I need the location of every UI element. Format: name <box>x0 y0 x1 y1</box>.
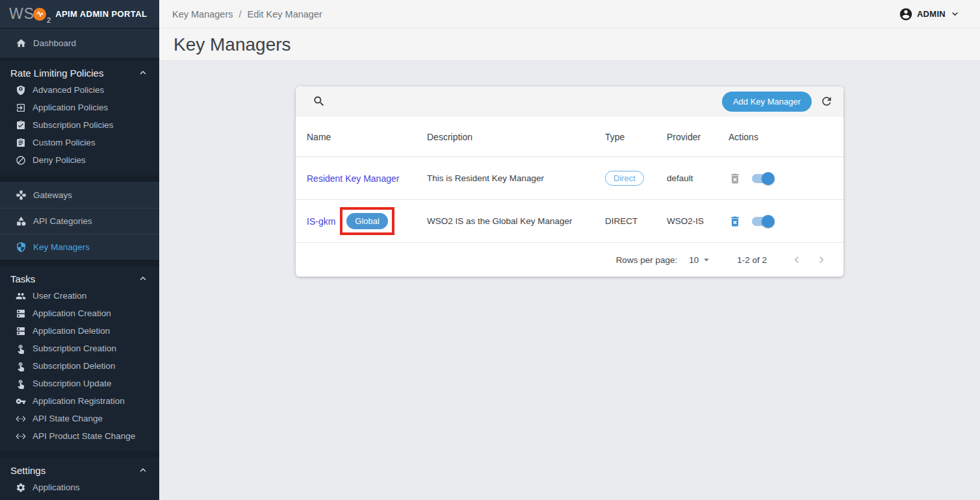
rows-per-page-select[interactable]: 10 <box>689 254 712 266</box>
table-row: IS-gkm Global WSO2 IS as the Global Key … <box>296 200 844 243</box>
sidebar-item-label: Subscription Deletion <box>32 361 116 371</box>
section-label: Rate Limiting Policies <box>10 68 103 79</box>
sidebar-item-label: Custom Policies <box>32 138 96 147</box>
section-header-rate-limiting[interactable]: Rate Limiting Policies <box>0 60 159 81</box>
sidebar-item-label: Application Creation <box>32 308 111 318</box>
sidebar: WS 2 APIM ADMIN PORTAL Dashboard Rate Li… <box>0 0 159 500</box>
app-logo[interactable]: WS 2 APIM ADMIN PORTAL <box>0 0 159 29</box>
sidebar-item-dashboard[interactable]: Dashboard <box>0 29 159 58</box>
sidebar-item-api-state-change[interactable]: API State Change <box>0 410 159 427</box>
user-menu[interactable]: ADMIN <box>899 7 961 21</box>
chevron-up-icon <box>137 464 149 476</box>
sidebar-item-label: Gateways <box>33 190 72 200</box>
provider-cell: WSO2-IS <box>667 216 729 226</box>
refresh-icon[interactable] <box>820 95 834 109</box>
sidebar-item-application-policies[interactable]: Application Policies <box>0 99 159 116</box>
sidebar-item-label: Application Registration <box>32 396 125 406</box>
sidebar-item-advanced-policies[interactable]: Advanced Policies <box>0 81 159 99</box>
enable-toggle[interactable] <box>751 172 775 185</box>
sidebar-item-label: Subscription Update <box>32 379 112 388</box>
breadcrumb-key-managers[interactable]: Key Managers <box>172 9 233 19</box>
shield-circle-icon <box>16 85 26 95</box>
key-manager-link[interactable]: IS-gkm <box>307 216 335 227</box>
sidebar-item-label: Advanced Policies <box>32 85 104 95</box>
chevron-down-icon <box>949 8 961 19</box>
sidebar-item-label: API Product State Change <box>32 431 135 441</box>
sidebar-item-api-categories[interactable]: API Categories <box>0 208 159 234</box>
clipboard-check-icon <box>16 120 26 131</box>
column-header-name: Name <box>307 132 427 142</box>
sidebar-item-deny-policies[interactable]: Deny Policies <box>0 151 159 169</box>
section-label: Tasks <box>10 273 35 284</box>
touch-icon <box>16 361 26 371</box>
sidebar-item-label: Subscription Creation <box>32 344 116 353</box>
table-header-row: Name Description Type Provider Actions <box>296 117 844 157</box>
section-label: Settings <box>10 465 45 476</box>
sidebar-item-api-product-state-change[interactable]: API Product State Change <box>0 427 159 445</box>
sidebar-item-subscription-deletion[interactable]: Subscription Deletion <box>0 357 159 375</box>
description-cell: This is Resident Key Manager <box>427 173 605 183</box>
sidebar-item-label: Deny Policies <box>32 155 86 165</box>
key-manager-link[interactable]: Resident Key Manager <box>307 173 399 184</box>
sidebar-item-label: Application Policies <box>32 103 108 112</box>
title-strip: Key Managers <box>159 29 980 61</box>
sidebar-item-application-creation[interactable]: Application Creation <box>0 305 159 322</box>
gateways-icon <box>16 190 27 201</box>
logo-subscript: 2 <box>47 16 51 24</box>
shield-icon <box>16 242 27 253</box>
page-title: Key Managers <box>174 34 291 55</box>
sidebar-section-rate-limiting: Rate Limiting Policies Advanced Policies… <box>0 60 159 175</box>
sidebar-section-tasks: Tasks User Creation Application Creation… <box>0 266 159 451</box>
section-header-settings[interactable]: Settings <box>0 458 159 479</box>
section-header-tasks[interactable]: Tasks <box>0 266 159 287</box>
sidebar-item-subscription-policies[interactable]: Subscription Policies <box>0 116 159 134</box>
sidebar-item-label: API Categories <box>33 216 92 226</box>
annotation-highlight: Global <box>340 207 394 235</box>
sidebar-item-label: Subscription Policies <box>32 120 114 130</box>
breadcrumb-edit-key-manager[interactable]: Edit Key Manager <box>248 9 322 19</box>
sidebar-item-custom-policies[interactable]: Custom Policies <box>0 134 159 151</box>
logo-pulse-icon <box>33 8 46 21</box>
enable-toggle[interactable] <box>751 215 775 228</box>
block-icon <box>16 155 26 166</box>
sidebar-item-user-creation[interactable]: User Creation <box>0 287 159 305</box>
sidebar-item-gateways[interactable]: Gateways <box>0 182 159 208</box>
add-key-manager-button[interactable]: Add Key Manager <box>722 92 812 112</box>
exit-to-app-icon <box>16 103 26 113</box>
content-area: Add Key Manager Name Description Type Pr… <box>159 61 980 500</box>
previous-page-icon <box>789 252 805 268</box>
sidebar-item-applications[interactable]: Applications <box>0 479 159 496</box>
key-icon <box>16 396 26 406</box>
sidebar-item-subscription-update[interactable]: Subscription Update <box>0 375 159 392</box>
global-badge: Global <box>346 213 388 229</box>
pagination-range: 1-2 of 2 <box>737 255 767 265</box>
delete-icon <box>729 172 741 185</box>
touch-icon <box>16 344 26 354</box>
column-header-description: Description <box>427 132 605 142</box>
column-header-type: Type <box>605 132 667 142</box>
chevron-up-icon <box>137 67 149 79</box>
category-icon <box>16 216 27 227</box>
chevron-up-icon <box>137 273 149 284</box>
avatar-icon <box>899 7 913 21</box>
delete-icon[interactable] <box>729 215 741 228</box>
type-cell: DIRECT <box>605 216 667 226</box>
search-icon[interactable] <box>313 95 327 109</box>
sidebar-item-application-deletion[interactable]: Application Deletion <box>0 322 159 340</box>
next-page-icon <box>814 252 829 268</box>
sidebar-item-key-managers[interactable]: Key Managers <box>0 234 159 260</box>
sidebar-item-application-registration[interactable]: Application Registration <box>0 392 159 410</box>
provider-cell: default <box>667 173 729 183</box>
table-row: Resident Key Manager This is Resident Ke… <box>296 157 844 200</box>
clipboard-icon <box>16 138 26 148</box>
logo-title: APIM ADMIN PORTAL <box>55 9 147 19</box>
main-area: Key Managers / Edit Key Manager ADMIN Ke… <box>159 0 980 500</box>
table-toolbar: Add Key Manager <box>296 86 844 117</box>
sidebar-item-subscription-creation[interactable]: Subscription Creation <box>0 340 159 357</box>
breadcrumb: Key Managers / Edit Key Manager <box>172 9 322 19</box>
sidebar-item-label: API State Change <box>32 414 103 423</box>
logo-ws-text: WS <box>9 5 34 23</box>
sidebar-item-label: Application Deletion <box>32 326 110 336</box>
column-header-provider: Provider <box>667 132 729 142</box>
user-name: ADMIN <box>917 9 946 19</box>
